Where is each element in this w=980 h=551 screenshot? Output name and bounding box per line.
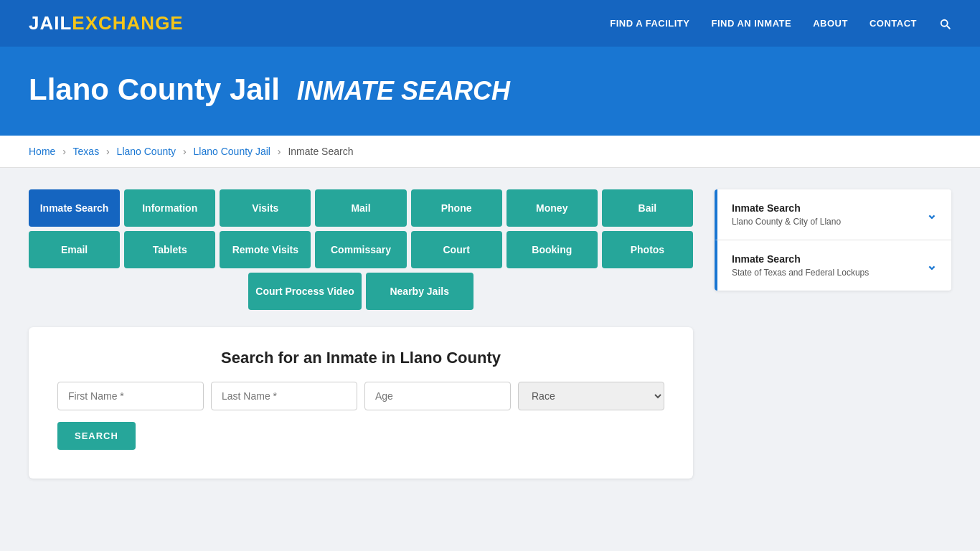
search-icon-button[interactable]	[938, 17, 951, 30]
left-column: Inmate Search Information Visits Mail Ph…	[29, 189, 693, 479]
site-logo[interactable]: JAILEXCHANGE	[29, 12, 184, 34]
nav-find-facility[interactable]: FIND A FACILITY	[610, 18, 689, 29]
sidebar-item-state-title: Inmate Search	[732, 253, 869, 265]
tab-tablets[interactable]: Tablets	[124, 231, 215, 268]
search-icon	[938, 17, 951, 30]
breadcrumb: Home › Texas › Llano County › Llano Coun…	[0, 136, 980, 168]
last-name-input[interactable]	[211, 382, 357, 410]
main-nav: FIND A FACILITY FIND AN INMATE ABOUT CON…	[610, 17, 951, 30]
main-content: Inmate Search Information Visits Mail Ph…	[0, 168, 980, 500]
tab-mail[interactable]: Mail	[315, 189, 406, 227]
tab-money[interactable]: Money	[507, 189, 598, 227]
tab-phone[interactable]: Phone	[411, 189, 502, 227]
right-sidebar: Inmate Search Llano County & City of Lla…	[715, 189, 951, 291]
tab-booking[interactable]: Booking	[507, 231, 598, 268]
tabs-row3: Court Process Video Nearby Jails	[29, 273, 693, 310]
breadcrumb-texas[interactable]: Texas	[73, 146, 100, 157]
tab-inmate-search[interactable]: Inmate Search	[29, 189, 120, 227]
hero-title-main: Llano County Jail	[29, 72, 280, 106]
hero-section: Llano County Jail INMATE SEARCH	[0, 47, 980, 136]
sidebar-item-state-text: Inmate Search State of Texas and Federal…	[732, 253, 869, 278]
search-form-title: Search for an Inmate in Llano County	[57, 349, 664, 367]
sidebar-item-local-title: Inmate Search	[732, 202, 841, 214]
sidebar-item-local-text: Inmate Search Llano County & City of Lla…	[732, 202, 841, 227]
race-select[interactable]: Race White Black Hispanic Asian Native A…	[518, 382, 664, 410]
chevron-down-icon: ⌄	[926, 207, 937, 222]
sep2: ›	[106, 146, 110, 157]
tab-nearby-jails[interactable]: Nearby Jails	[366, 273, 473, 310]
sep4: ›	[278, 146, 281, 157]
search-inputs: Race White Black Hispanic Asian Native A…	[57, 382, 664, 410]
sep3: ›	[183, 146, 187, 157]
tabs-row2: Email Tablets Remote Visits Commissary C…	[29, 231, 693, 268]
breadcrumb-current: Inmate Search	[288, 146, 353, 157]
tab-remote-visits[interactable]: Remote Visits	[220, 231, 311, 268]
breadcrumb-home[interactable]: Home	[29, 146, 55, 157]
site-header: JAILEXCHANGE FIND A FACILITY FIND AN INM…	[0, 0, 980, 47]
sidebar-item-state[interactable]: Inmate Search State of Texas and Federal…	[715, 240, 951, 291]
tabs-row1: Inmate Search Information Visits Mail Ph…	[29, 189, 693, 227]
sidebar-card: Inmate Search Llano County & City of Lla…	[715, 189, 951, 291]
breadcrumb-llano-jail[interactable]: Llano County Jail	[194, 146, 270, 157]
inmate-search-card: Search for an Inmate in Llano County Rac…	[29, 327, 693, 479]
sidebar-item-state-subtitle: State of Texas and Federal Lockups	[732, 268, 869, 278]
sidebar-item-local[interactable]: Inmate Search Llano County & City of Lla…	[715, 189, 951, 240]
hero-title-italic: INMATE SEARCH	[297, 76, 510, 105]
chevron-down-icon-2: ⌄	[926, 258, 937, 273]
sidebar-item-local-subtitle: Llano County & City of Llano	[732, 217, 841, 227]
tab-information[interactable]: Information	[124, 189, 215, 227]
search-button[interactable]: SEARCH	[57, 422, 136, 450]
tab-commissary[interactable]: Commissary	[315, 231, 406, 268]
tab-visits[interactable]: Visits	[220, 189, 311, 227]
sep1: ›	[62, 146, 66, 157]
tab-photos[interactable]: Photos	[602, 231, 693, 268]
tab-court-process-video[interactable]: Court Process Video	[248, 273, 361, 310]
breadcrumb-llano-county[interactable]: Llano County	[117, 146, 176, 157]
nav-contact[interactable]: CONTACT	[870, 18, 917, 29]
age-input[interactable]	[364, 382, 511, 410]
page-heading: Llano County Jail INMATE SEARCH	[29, 72, 951, 107]
tab-bail[interactable]: Bail	[602, 189, 693, 227]
tab-court[interactable]: Court	[411, 231, 502, 268]
tab-email[interactable]: Email	[29, 231, 120, 268]
nav-about[interactable]: ABOUT	[813, 18, 848, 29]
nav-find-inmate[interactable]: FIND AN INMATE	[711, 18, 791, 29]
first-name-input[interactable]	[57, 382, 204, 410]
